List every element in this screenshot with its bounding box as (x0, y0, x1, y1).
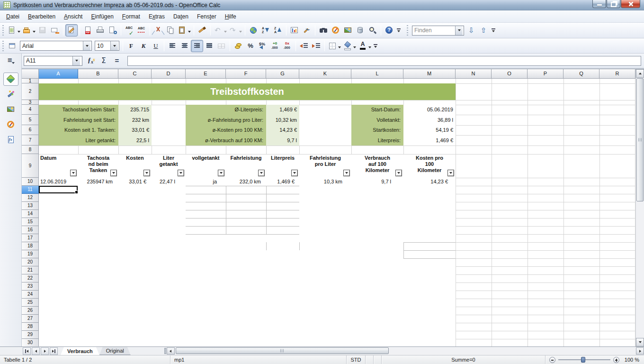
cell-C10[interactable]: 33,01 € (118, 178, 152, 186)
bold-button[interactable] (125, 40, 137, 52)
close-button[interactable] (621, 0, 640, 8)
col-header-Q[interactable]: Q (564, 69, 599, 79)
row-header-14[interactable]: 14 (22, 210, 39, 218)
function-wizard-button[interactable] (84, 55, 97, 66)
last-sheet-button[interactable] (50, 347, 58, 355)
col-header-P[interactable]: P (528, 69, 564, 79)
background-color-button[interactable] (342, 40, 357, 52)
row-header-27[interactable]: 27 (22, 315, 39, 323)
row-header-22[interactable]: 22 (22, 274, 39, 282)
title-banner-cell[interactable]: Treibstoffkosten (39, 83, 456, 100)
zoom-in-button[interactable] (613, 357, 619, 363)
increase-indent-button[interactable] (310, 40, 322, 52)
formatting-toolbar-grip[interactable] (1, 41, 5, 51)
cell-reference-input[interactable] (24, 56, 72, 65)
row-header-16[interactable]: 16 (22, 226, 39, 234)
row-header-8[interactable]: 8 (22, 146, 39, 154)
underline-button[interactable] (150, 40, 162, 52)
col-header-M[interactable]: M (403, 69, 456, 79)
col-header-B[interactable]: B (78, 69, 118, 79)
auto-spellcheck-button[interactable] (135, 24, 148, 36)
cell-M10[interactable]: 14,23 € (403, 178, 456, 186)
autofilter-button-D[interactable] (178, 170, 184, 176)
sum-status[interactable]: Summe=0 (382, 355, 546, 364)
row-header-21[interactable]: 21 (22, 266, 39, 274)
paste-button[interactable] (177, 24, 192, 36)
scroll-left-button[interactable] (167, 347, 175, 355)
font-size-input[interactable] (95, 41, 110, 50)
row-header-7[interactable]: 7 (22, 135, 39, 146)
summary-label-cell[interactable]: Kosten seit 1. Tanken: (39, 125, 118, 135)
new-document-button[interactable] (6, 24, 21, 36)
align-justify-button[interactable] (203, 40, 215, 52)
cell-D10[interactable]: 22,47 l (152, 178, 186, 186)
find-dropdown-button[interactable] (455, 26, 463, 35)
summary-value-cell[interactable]: 232 km (118, 115, 152, 125)
align-right-button[interactable] (191, 40, 203, 52)
horizontal-scroll-thumb[interactable] (176, 347, 389, 354)
dropdown-arrow-icon[interactable] (33, 26, 36, 35)
sheet-tab-verbrauch[interactable]: Verbrauch (61, 347, 99, 355)
row-header-13[interactable]: 13 (22, 202, 39, 210)
summary-value-cell[interactable]: 14,23 € (266, 125, 299, 135)
cell-L10[interactable]: 9,7 l (351, 178, 403, 186)
autofilter-button-K[interactable] (343, 170, 350, 176)
row-header-25[interactable]: 25 (22, 299, 39, 307)
row-header-17[interactable]: 17 (22, 234, 39, 242)
col-header-A[interactable]: A (39, 69, 78, 79)
edit-file-button[interactable] (65, 24, 78, 36)
align-center-button[interactable] (179, 40, 191, 52)
number-format-standard-button[interactable] (257, 40, 269, 52)
summary-value-cell[interactable]: 33,01 € (118, 125, 152, 135)
row-header-12[interactable]: 12 (22, 194, 39, 202)
menu-fenster[interactable]: Fenster (193, 11, 221, 22)
summary-label-cell[interactable]: Volletankt: (351, 115, 403, 125)
restore-button[interactable] (607, 0, 620, 8)
font-name-dropdown-button[interactable] (83, 41, 90, 50)
summary-value-cell[interactable]: 54,19 € (403, 125, 456, 135)
row-header-2[interactable]: 2 (22, 83, 39, 100)
row-header-1[interactable]: 1 (22, 79, 39, 83)
delete-decimal-button[interactable] (281, 40, 294, 52)
select-all-corner[interactable] (22, 69, 39, 79)
find-next-button[interactable] (465, 24, 478, 36)
cell-A10[interactable]: 12.06.2019 (39, 178, 78, 186)
row-header-3[interactable]: 3 (22, 100, 39, 105)
next-sheet-button[interactable] (41, 347, 49, 355)
autofilter-button-L[interactable] (395, 170, 402, 176)
menu-hilfe[interactable]: Hilfe (221, 11, 241, 22)
styles-button[interactable] (6, 40, 18, 52)
autofilter-button-E[interactable] (218, 170, 224, 176)
row-header-6[interactable]: 6 (22, 125, 39, 135)
autofilter-button-B[interactable] (110, 170, 117, 176)
find-toolbar-grip[interactable] (406, 25, 409, 36)
dropdown-arrow-icon[interactable] (338, 42, 341, 50)
row-header-5[interactable]: 5 (22, 115, 39, 125)
summary-label-cell[interactable]: Fahrleistung seit Start: (39, 115, 118, 125)
gallery-button[interactable] (342, 24, 354, 36)
cut-button[interactable] (152, 24, 164, 36)
find-previous-button[interactable] (478, 24, 490, 36)
menu-bearbeiten[interactable]: Bearbeiten (24, 11, 60, 22)
col-header-O[interactable]: O (492, 69, 528, 79)
add-decimal-button[interactable] (269, 40, 281, 52)
row-header-26[interactable]: 26 (22, 307, 39, 315)
sum-button[interactable] (98, 55, 110, 66)
row-header-29[interactable]: 29 (22, 331, 39, 339)
summary-label-cell[interactable]: Start-Datum: (351, 105, 403, 115)
cell-G10[interactable]: 1,469 € (266, 178, 299, 186)
col-header-E[interactable]: E (186, 69, 226, 79)
align-left-button[interactable] (166, 40, 179, 52)
previous-sheet-button[interactable] (32, 347, 40, 355)
row-header-9[interactable]: 9 (22, 154, 39, 178)
sort-ascending-button[interactable] (259, 24, 272, 36)
dropdown-arrow-icon[interactable] (224, 26, 227, 35)
row-header-15[interactable]: 15 (22, 218, 39, 226)
zoom-out-button[interactable] (549, 357, 555, 363)
data-sources-button[interactable] (354, 24, 367, 36)
sidebar-tab-properties[interactable] (3, 73, 18, 86)
font-name-input[interactable] (20, 41, 83, 50)
dropdown-arrow-icon[interactable] (368, 42, 371, 50)
sidebar-tab-styles[interactable] (3, 88, 18, 101)
open-button[interactable] (21, 24, 36, 36)
